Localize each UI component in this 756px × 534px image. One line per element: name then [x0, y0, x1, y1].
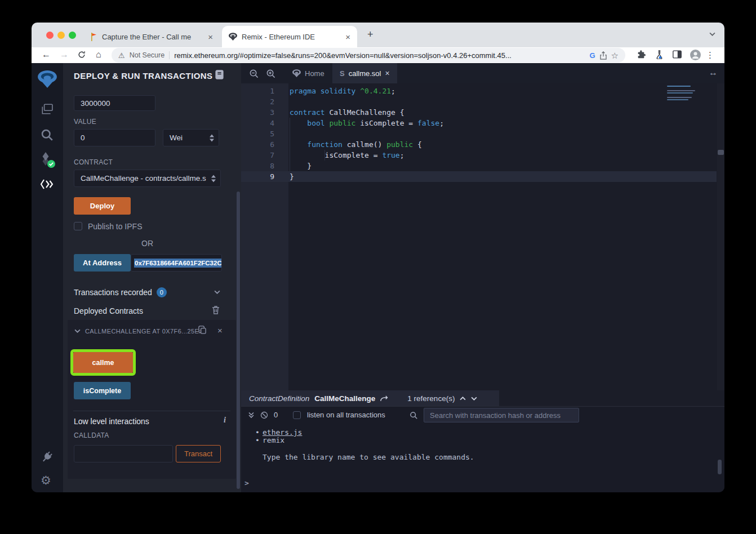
remix-logo-icon [38, 70, 57, 88]
documentation-book-icon[interactable] [215, 70, 224, 79]
contract-select[interactable]: CallMeChallenge - contracts/callme.s [74, 170, 221, 187]
profile-avatar[interactable] [690, 50, 701, 60]
terminal-search-input[interactable]: Search with transaction hash or address [424, 408, 579, 422]
reload-icon[interactable] [78, 51, 86, 59]
tab-search-chevron-icon[interactable] [709, 32, 715, 36]
listen-all-transactions-checkbox[interactable] [293, 411, 301, 419]
back-icon[interactable]: ← [42, 50, 51, 59]
code-line[interactable]: 7 isComplete = true; [241, 150, 717, 161]
tab-close-icon[interactable]: × [385, 69, 389, 78]
remix-app: ⚙ DEPLOY & RUN TRANSACTIONS 3000000 VALU… [32, 63, 724, 492]
extensions-puzzle-icon[interactable] [637, 50, 646, 59]
panel-scrollbar[interactable] [237, 192, 240, 489]
forward-icon[interactable]: → [60, 50, 69, 59]
or-label: OR [74, 239, 221, 248]
editor-scroll-column[interactable] [717, 83, 724, 390]
references-count-label: 1 reference(s) [407, 394, 455, 403]
editor-area: Home S callme.sol × ↔ 1pragma solidity ^… [241, 63, 724, 492]
not-secure-warning-icon: ⚠ [118, 51, 125, 60]
mac-close-button[interactable] [46, 32, 54, 39]
file-explorer-icon[interactable] [41, 104, 53, 115]
extension-flask-icon[interactable] [655, 50, 664, 59]
side-panel-icon[interactable] [673, 50, 682, 59]
code-line[interactable]: 5 [241, 128, 717, 139]
indent-guide [290, 118, 290, 171]
browser-tab-remix[interactable]: Remix - Ethereum IDE × [222, 26, 357, 47]
at-address-input[interactable]: 0x7F6318664FA601F2FC32C [131, 254, 222, 272]
code-line[interactable]: 6 function callme() public { [241, 139, 717, 150]
bookmark-star-icon[interactable]: ☆ [611, 51, 619, 60]
minimap[interactable] [667, 86, 697, 101]
mac-minimize-button[interactable] [57, 32, 65, 39]
value-input[interactable]: 0 [74, 129, 155, 146]
browser-menu-dots-icon[interactable]: ⋮ [706, 50, 714, 60]
editor-scrollbar-thumb[interactable] [718, 150, 724, 155]
terminal-prompt[interactable]: > [244, 479, 249, 487]
search-icon[interactable] [41, 128, 53, 141]
deployed-contract-card: CALLMECHALLENGE AT 0X7F6...25E: × callme… [68, 320, 236, 479]
omnibox[interactable]: ⚠ Not Secure remix.ethereum.org/#optimiz… [112, 48, 625, 63]
code-line[interactable]: 2 [241, 96, 717, 107]
value-unit-select[interactable]: Wei [163, 129, 219, 146]
solidity-compiler-icon[interactable] [41, 152, 51, 166]
line-number: 1 [241, 86, 274, 96]
flag-favicon-icon [90, 33, 97, 41]
deploy-button[interactable]: Deploy [74, 197, 131, 215]
google-icon[interactable]: G [589, 51, 595, 60]
terminal-link-ethersjs[interactable]: ethers.js [263, 428, 302, 437]
transactions-recorded-row[interactable]: Transactions recorded 0 [74, 287, 167, 297]
browser-window: Capture the Ether - Call me × Remix - Et… [32, 23, 724, 492]
mac-zoom-button[interactable] [69, 32, 76, 39]
terminal-item-remix[interactable]: remix [263, 436, 284, 444]
info-icon[interactable]: i [224, 416, 226, 425]
terminal-scrollbar-thumb[interactable] [718, 460, 722, 474]
zoom-in-icon[interactable] [266, 69, 275, 78]
indent-guide [324, 150, 325, 161]
gas-limit-input[interactable]: 3000000 [74, 95, 155, 111]
code-line[interactable]: 3contract CallMeChallenge { [241, 107, 717, 118]
contract-expand-chevron-icon[interactable] [74, 329, 81, 333]
tab-close-icon[interactable]: × [345, 33, 350, 41]
value-label: VALUE [74, 118, 96, 126]
url-text[interactable]: remix.ethereum.org/#optimize=false&runs=… [174, 51, 585, 60]
code-line[interactable]: 8 } [241, 161, 717, 171]
calldata-label: CALLDATA [74, 431, 109, 439]
code-line[interactable]: 1pragma solidity ^0.4.21; [241, 86, 717, 96]
iscomplete-function-button[interactable]: isComplete [74, 382, 131, 399]
publish-ipfs-checkbox[interactable] [74, 222, 82, 230]
reference-peek-inner[interactable]: ContractDefinition CallMeChallenge 1 ref… [241, 390, 499, 406]
calldata-input[interactable] [74, 445, 173, 462]
home-icon[interactable]: ⌂ [96, 50, 101, 59]
code-editor[interactable]: 1pragma solidity ^0.4.21;23contract Call… [241, 83, 724, 390]
prev-reference-chevron-up-icon[interactable] [460, 397, 466, 400]
new-tab-button[interactable]: + [367, 29, 373, 41]
callme-highlight-box: callme [70, 349, 136, 376]
code-line[interactable]: 9} [241, 171, 717, 182]
go-to-reference-icon[interactable] [380, 395, 389, 402]
remove-instance-close-icon[interactable]: × [217, 326, 223, 335]
deploy-run-icon[interactable] [39, 178, 54, 190]
share-icon[interactable] [600, 51, 607, 60]
callme-function-button[interactable]: callme [73, 352, 133, 373]
at-address-button[interactable]: At Address [74, 254, 131, 272]
transactions-chevron-down-icon[interactable] [214, 290, 220, 294]
trash-icon[interactable] [212, 305, 220, 314]
zoom-out-icon[interactable] [249, 69, 259, 78]
next-reference-chevron-down-icon[interactable] [471, 397, 477, 400]
transactions-count-badge: 0 [157, 287, 167, 297]
plugin-manager-icon[interactable] [41, 451, 53, 463]
low-level-interactions-label: Low level interactions [74, 417, 149, 426]
code-line[interactable]: 4 bool public isComplete = false; [241, 118, 717, 128]
browser-tab-capture-the-ether[interactable]: Capture the Ether - Call me × [83, 26, 220, 47]
transact-button[interactable]: Transact [176, 445, 221, 462]
expand-panel-icon[interactable]: ↔ [709, 68, 718, 78]
line-number: 5 [241, 128, 274, 139]
clear-console-ban-icon[interactable] [260, 411, 268, 419]
terminal-collapse-double-chevron-icon[interactable] [248, 412, 255, 419]
settings-gear-icon[interactable]: ⚙ [41, 474, 51, 486]
tab-home[interactable]: Home [285, 63, 332, 83]
tab-close-icon[interactable]: × [208, 33, 213, 41]
tab-callme-sol[interactable]: S callme.sol × [332, 63, 397, 83]
line-number: 3 [241, 107, 274, 118]
copy-address-icon[interactable] [198, 326, 207, 334]
